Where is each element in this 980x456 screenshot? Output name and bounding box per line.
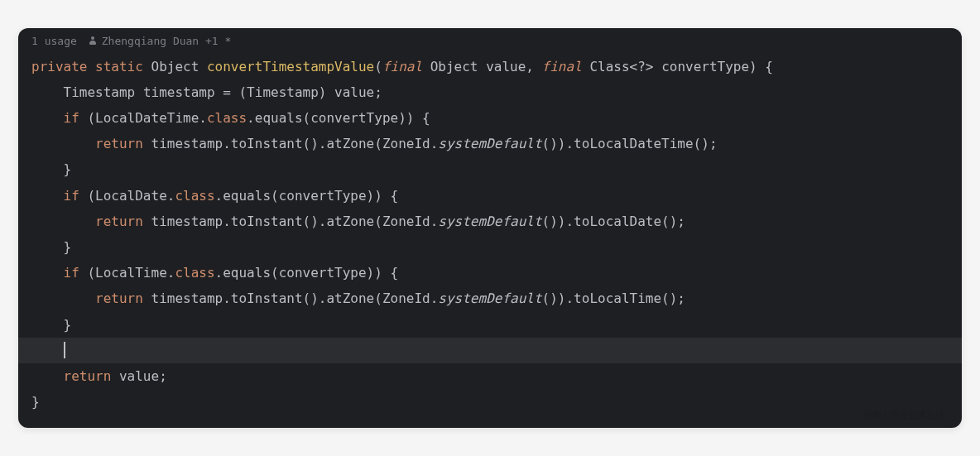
code-line: Timestamp timestamp = (Timestamp) value; <box>31 79 949 105</box>
person-icon <box>89 36 97 45</box>
text-cursor <box>64 342 65 358</box>
code-line: } <box>31 312 949 338</box>
code-body[interactable]: private static Object convertTimestampVa… <box>18 50 962 429</box>
code-line: if (LocalDateTime.class.equals(convertTy… <box>31 105 949 131</box>
code-line-active <box>18 338 962 363</box>
code-line: return timestamp.toInstant().atZone(Zone… <box>31 131 949 156</box>
author-info[interactable]: Zhengqiang Duan +1 * <box>89 35 232 47</box>
code-editor-panel: 1 usage Zhengqiang Duan +1 * private sta… <box>18 28 962 429</box>
code-line: return timestamp.toInstant().atZone(Zone… <box>31 209 949 234</box>
code-line: if (LocalTime.class.equals(convertType))… <box>31 260 949 286</box>
usage-count[interactable]: 1 usage <box>31 35 77 47</box>
author-name: Zhengqiang Duan +1 * <box>102 35 232 47</box>
code-header: 1 usage Zhengqiang Duan +1 * <box>18 28 962 50</box>
watermark-text: @稀土掘金技术社区 <box>863 409 945 421</box>
code-line: } <box>31 156 949 182</box>
code-line: return timestamp.toInstant().atZone(Zone… <box>31 286 949 311</box>
code-line: return value; <box>31 363 949 389</box>
code-line: if (LocalDate.class.equals(convertType))… <box>31 183 949 209</box>
code-line: private static Object convertTimestampVa… <box>31 54 949 79</box>
code-line: } <box>31 389 949 415</box>
code-line: } <box>31 234 949 260</box>
